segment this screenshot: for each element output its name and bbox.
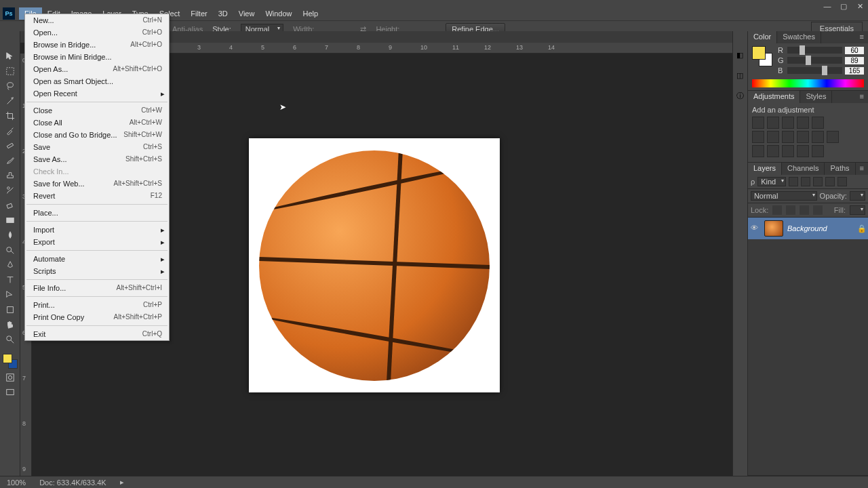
menuitem-browse-in-bridge[interactable]: Browse in Bridge...Alt+Ctrl+O [25,39,169,51]
blend-mode-select[interactable]: Normal [751,191,817,201]
info-panel-icon[interactable]: ⓘ [734,89,746,102]
filter-smart-icon[interactable] [837,177,847,186]
zoom-level[interactable]: 100% [7,479,26,487]
fill-select[interactable] [850,205,865,215]
filter-shape-icon[interactable] [825,177,835,186]
menuitem-exit[interactable]: ExitCtrl+Q [25,328,169,340]
blur-tool[interactable] [3,229,18,241]
adj-lookup-icon[interactable] [827,131,839,143]
canvas-document[interactable] [249,138,500,392]
panel-menu-icon[interactable]: ≡ [856,163,868,175]
filter-adj-icon[interactable] [801,177,810,186]
lock-transparent-icon[interactable] [772,205,782,215]
menuitem-close-and-go-to-bridge[interactable]: Close and Go to Bridge...Shift+Ctrl+W [25,129,169,141]
b-slider[interactable] [787,67,842,74]
status-arrow-icon[interactable]: ▸ [120,478,124,487]
adj-levels-icon[interactable] [767,117,779,129]
crop-tool[interactable] [3,110,18,122]
brush-tool[interactable] [3,155,18,167]
panel-menu-icon[interactable]: ≡ [856,31,868,43]
menuitem-close[interactable]: CloseCtrl+W [25,104,169,117]
g-value[interactable]: 89 [845,57,864,64]
adj-brightness-icon[interactable] [752,117,764,129]
visibility-icon[interactable]: 👁 [751,224,760,233]
g-slider[interactable] [787,57,842,64]
layer-row[interactable]: 👁 Background 🔒 [748,218,868,239]
menuitem-place[interactable]: Place... [25,207,169,219]
tab-paths[interactable]: Paths [825,163,855,175]
tab-swatches[interactable]: Swatches [777,31,821,43]
menuitem-open-recent[interactable]: Open Recent▸ [25,87,169,100]
healing-tool[interactable] [3,140,18,152]
adj-invert-icon[interactable] [752,145,764,157]
kind-select[interactable]: Kind [757,177,786,186]
history-panel-icon[interactable]: ◧ [734,49,746,61]
layer-name[interactable]: Background [787,224,853,232]
panel-menu-icon[interactable]: ≡ [856,91,868,103]
color-preview[interactable] [752,46,772,66]
tab-styles[interactable]: Styles [800,91,832,103]
menuitem-open[interactable]: Open...Ctrl+O [25,26,169,39]
menuitem-browse-in-mini-bridge[interactable]: Browse in Mini Bridge... [25,51,169,63]
adj-selective-icon[interactable] [812,145,824,157]
menuitem-close-all[interactable]: Close AllAlt+Ctrl+W [25,117,169,129]
filter-pixel-icon[interactable] [789,177,798,186]
tab-color[interactable]: Color [748,31,777,43]
quickmask-tool[interactable] [3,371,18,384]
stamp-tool[interactable] [3,169,18,182]
zoom-tool[interactable] [3,333,18,346]
properties-panel-icon[interactable]: ◫ [734,69,746,81]
menu-filter[interactable]: Filter [185,7,212,20]
r-value[interactable]: 60 [845,47,864,54]
r-slider[interactable] [787,47,842,54]
adj-posterize-icon[interactable] [767,145,779,157]
opacity-select[interactable] [850,191,865,201]
menuitem-export[interactable]: Export▸ [25,236,169,248]
hand-tool[interactable] [3,319,18,331]
eyedropper-tool[interactable] [3,125,18,137]
adj-bw-icon[interactable] [782,131,794,143]
menu-help[interactable]: Help [298,7,324,20]
lock-pixels-icon[interactable] [786,205,795,215]
menuitem-scripts[interactable]: Scripts▸ [25,265,169,277]
dodge-tool[interactable] [3,244,18,256]
lasso-tool[interactable] [3,80,18,92]
marquee-tool[interactable] [3,65,18,77]
adj-curves-icon[interactable] [782,117,794,129]
adj-vibrance-icon[interactable] [812,117,824,129]
eraser-tool[interactable] [3,199,18,211]
menuitem-open-as-smart-object[interactable]: Open as Smart Object... [25,75,169,87]
color-ramp[interactable] [752,79,864,87]
menuitem-print[interactable]: Print...Ctrl+P [25,299,169,311]
menuitem-print-one-copy[interactable]: Print One CopyAlt+Shift+Ctrl+P [25,311,169,323]
menuitem-revert[interactable]: RevertF12 [25,190,169,202]
menuitem-save[interactable]: SaveCtrl+S [25,141,169,153]
adj-colorbalance-icon[interactable] [767,131,779,143]
adj-threshold-icon[interactable] [782,145,794,157]
tab-layers[interactable]: Layers [748,163,782,175]
gradient-tool[interactable] [3,214,18,226]
filter-type-icon[interactable] [813,177,823,186]
adj-gradientmap-icon[interactable] [797,145,809,157]
menu-view[interactable]: View [233,7,260,20]
menuitem-open-as[interactable]: Open As...Alt+Shift+Ctrl+O [25,63,169,75]
shape-tool[interactable] [3,304,18,316]
close-window-button[interactable]: ✕ [852,0,868,12]
lock-position-icon[interactable] [800,205,809,215]
menuitem-save-for-web[interactable]: Save for Web...Alt+Shift+Ctrl+S [25,178,169,190]
menuitem-automate[interactable]: Automate▸ [25,253,169,265]
menuitem-save-as[interactable]: Save As...Shift+Ctrl+S [25,153,169,165]
menuitem-new[interactable]: New...Ctrl+N [25,14,169,26]
b-value[interactable]: 165 [845,67,864,75]
lock-all-icon[interactable] [813,205,823,215]
maximize-button[interactable]: ▢ [835,0,852,12]
menuitem-import[interactable]: Import▸ [25,224,169,236]
path-tool[interactable] [3,289,18,301]
move-tool[interactable] [3,50,18,62]
color-swatch[interactable] [3,354,18,369]
adj-photofilter-icon[interactable] [797,131,809,143]
tab-channels[interactable]: Channels [782,163,825,175]
history-brush-tool[interactable] [3,184,18,197]
file-menu-dropdown[interactable]: New...Ctrl+NOpen...Ctrl+OBrowse in Bridg… [24,14,170,341]
wand-tool[interactable] [3,95,18,107]
